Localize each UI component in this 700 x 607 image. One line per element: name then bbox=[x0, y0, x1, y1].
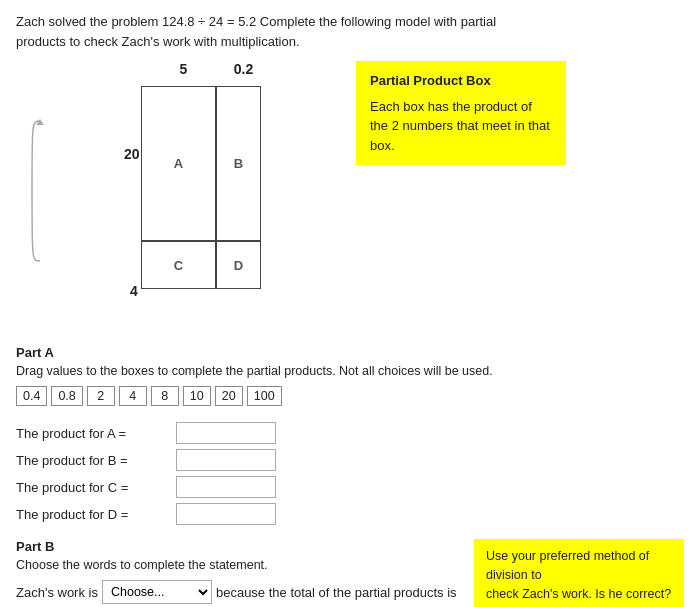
statement-row: Zach's work is Choose...correctincorrect… bbox=[16, 580, 458, 607]
diagram-area: 5 0.2 20 4 A B C D bbox=[16, 61, 336, 331]
row-label-20: 20 bbox=[124, 146, 140, 162]
main-area: 5 0.2 20 4 A B C D Partial Product Box E… bbox=[16, 61, 684, 331]
drag-values: 0.40.82481020100 bbox=[16, 386, 684, 406]
hint-box: Use your preferred method of division to… bbox=[474, 539, 684, 607]
product-row-b: The product for B = bbox=[16, 449, 684, 471]
col-headers: 5 0.2 bbox=[146, 61, 266, 77]
part-a-label: Part A bbox=[16, 345, 684, 360]
cell-b: B bbox=[216, 86, 261, 241]
product-label-d: The product for D = bbox=[16, 507, 176, 522]
drag-item-0.8[interactable]: 0.8 bbox=[51, 386, 82, 406]
hint-line2: check Zach's work. Is he correct? bbox=[486, 587, 671, 601]
cell-d: D bbox=[216, 241, 261, 289]
grid-row-top: A B bbox=[141, 86, 261, 241]
col-header-5: 5 bbox=[146, 61, 221, 77]
hint-line1: Use your preferred method of division to bbox=[486, 549, 649, 582]
col-header-02: 0.2 bbox=[221, 61, 266, 77]
part-b-desc: Choose the words to complete the stateme… bbox=[16, 558, 458, 572]
statement-prefix: Zach's work is bbox=[16, 585, 98, 600]
product-input-c[interactable] bbox=[176, 476, 276, 498]
product-label-b: The product for B = bbox=[16, 453, 176, 468]
statement-middle: because the total of the partial product… bbox=[216, 585, 457, 600]
drag-item-100[interactable]: 100 bbox=[247, 386, 282, 406]
drag-item-10[interactable]: 10 bbox=[183, 386, 211, 406]
partial-product-box: Partial Product Box Each box has the pro… bbox=[356, 61, 566, 165]
partial-product-box-title: Partial Product Box bbox=[370, 71, 552, 91]
product-row-c: The product for C = bbox=[16, 476, 684, 498]
part-b-label: Part B bbox=[16, 539, 458, 554]
product-row-d: The product for D = bbox=[16, 503, 684, 525]
drag-item-20[interactable]: 20 bbox=[215, 386, 243, 406]
partial-product-box-desc: Each box has the product of the 2 number… bbox=[370, 97, 552, 156]
products-section: The product for A =The product for B =Th… bbox=[16, 422, 684, 525]
drag-item-8[interactable]: 8 bbox=[151, 386, 179, 406]
cell-c: C bbox=[141, 241, 216, 289]
part-b-left: Part B Choose the words to complete the … bbox=[16, 539, 458, 607]
choose1-select[interactable]: Choose...correctincorrect bbox=[102, 580, 212, 604]
product-input-b[interactable] bbox=[176, 449, 276, 471]
product-label-c: The product for C = bbox=[16, 480, 176, 495]
part-a-desc: Drag values to the boxes to complete the… bbox=[16, 364, 684, 378]
grid-container: A B C D bbox=[141, 86, 261, 289]
cell-a: A bbox=[141, 86, 216, 241]
drag-item-2[interactable]: 2 bbox=[87, 386, 115, 406]
part-a-section: Part A Drag values to the boxes to compl… bbox=[16, 345, 684, 525]
row-label-4: 4 bbox=[130, 283, 138, 299]
product-input-d[interactable] bbox=[176, 503, 276, 525]
part-b-area: Part B Choose the words to complete the … bbox=[16, 539, 684, 607]
bracket-arrow bbox=[26, 111, 44, 271]
drag-item-0.4[interactable]: 0.4 bbox=[16, 386, 47, 406]
drag-item-4[interactable]: 4 bbox=[119, 386, 147, 406]
grid-row-bottom: C D bbox=[141, 241, 261, 289]
intro-text: Zach solved the problem 124.8 ÷ 24 = 5.2… bbox=[16, 12, 536, 51]
product-label-a: The product for A = bbox=[16, 426, 176, 441]
product-row-a: The product for A = bbox=[16, 422, 684, 444]
product-input-a[interactable] bbox=[176, 422, 276, 444]
